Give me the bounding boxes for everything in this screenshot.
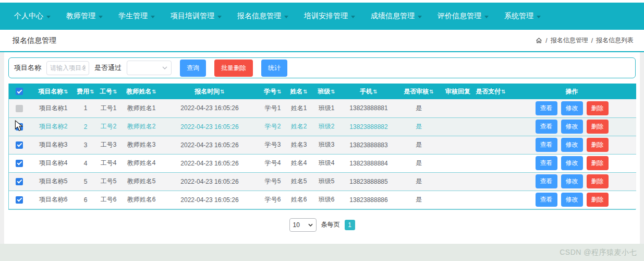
cell-teacher: 教师姓名6: [123, 191, 160, 209]
header-name[interactable]: 姓名⇅: [286, 84, 311, 99]
cell-paid: [474, 136, 507, 154]
header-student-no[interactable]: 学号⇅: [259, 84, 286, 99]
view-button[interactable]: 查看: [536, 174, 557, 188]
view-button[interactable]: 查看: [536, 138, 557, 152]
header-job-no[interactable]: 工号⇅: [94, 84, 123, 99]
sort-icon[interactable]: ⇅: [220, 89, 224, 94]
nav-item-system-mgmt[interactable]: 系统管理: [496, 3, 549, 30]
edit-button[interactable]: 修改: [561, 138, 583, 152]
query-button[interactable]: 查询: [180, 60, 206, 77]
cell-teacher: 教师姓名4: [123, 154, 160, 172]
cell-job-no: 工号6: [94, 191, 123, 209]
stats-button[interactable]: 统计: [261, 60, 287, 77]
delete-button[interactable]: 删除: [587, 174, 609, 188]
cell-project: 项目名称6: [30, 191, 77, 209]
edit-button[interactable]: 修改: [561, 193, 583, 207]
header-time[interactable]: 报名时间⇅: [160, 84, 259, 99]
project-name-label: 项目名称: [14, 63, 41, 73]
select-all-checkbox[interactable]: [16, 88, 23, 95]
cell-time: 2022-04-23 16:05:26: [160, 99, 259, 117]
current-page-badge[interactable]: 1: [345, 220, 355, 230]
header-label: 审核回复: [445, 88, 470, 95]
cell-job-no: 工号2: [94, 117, 123, 136]
nav-item-personal-center[interactable]: 个人中心: [6, 3, 58, 30]
sort-icon[interactable]: ⇅: [331, 89, 335, 94]
nav-item-student-mgmt[interactable]: 学生管理: [111, 3, 163, 30]
nav-item-teacher-mgmt[interactable]: 教师管理: [58, 3, 111, 30]
edit-button[interactable]: 修改: [561, 101, 583, 115]
nav-item-score-info-mgmt[interactable]: 成绩信息管理: [363, 3, 430, 30]
delete-button[interactable]: 删除: [587, 156, 609, 170]
view-button[interactable]: 查看: [536, 156, 557, 170]
sort-icon[interactable]: ⇅: [90, 89, 94, 94]
cell-phone: 13823888882: [342, 117, 396, 136]
nav-item-training-schedule-mgmt[interactable]: 培训安排管理: [296, 3, 363, 30]
view-button[interactable]: 查看: [536, 120, 557, 134]
sort-icon[interactable]: ⇅: [501, 89, 505, 94]
cell-reply: [442, 172, 474, 191]
cell-phone: 13823888883: [342, 136, 396, 154]
cell-name: 姓名5: [286, 172, 311, 191]
nav-item-label: 评价信息管理: [438, 11, 481, 21]
row-checkbox[interactable]: [16, 105, 23, 112]
view-button[interactable]: 查看: [536, 101, 557, 115]
cell-student-no: 学号2: [259, 117, 286, 136]
batch-delete-button[interactable]: 批量删除: [214, 60, 253, 77]
cell-fee: 5: [77, 172, 94, 191]
cell-checkbox: [9, 99, 30, 117]
header-teacher[interactable]: 教师姓名⇅: [123, 84, 160, 99]
cell-paid: [474, 117, 507, 136]
breadcrumb: / 报名信息管理 / 报名信息列表: [536, 36, 634, 45]
nav-item-project-training-mgmt[interactable]: 项目培训管理: [163, 3, 229, 30]
header-label: 项目名称: [38, 88, 63, 95]
sort-icon[interactable]: ⇅: [64, 89, 68, 94]
cell-actions: 查看 修改 删除: [507, 172, 636, 191]
cell-class: 班级3: [311, 136, 342, 154]
sort-icon[interactable]: ⇅: [303, 89, 307, 94]
header-label: 班级: [318, 88, 330, 95]
header-fee[interactable]: 费用⇅: [77, 84, 94, 99]
header-audited[interactable]: 是否审核⇅: [396, 84, 442, 99]
main-nav: 个人中心 教师管理 学生管理 项目培训管理 报名信息管理 培训安排管理 成绩信息…: [0, 3, 644, 30]
header-class[interactable]: 班级⇅: [311, 84, 342, 99]
footer: CSDN @程序猿麦小七: [0, 244, 644, 261]
row-checkbox[interactable]: [16, 123, 23, 130]
cell-time: 2022-04-23 16:05:26: [160, 117, 259, 136]
project-name-input[interactable]: [46, 61, 89, 75]
delete-button[interactable]: 删除: [587, 120, 609, 134]
nav-item-registration-info-mgmt[interactable]: 报名信息管理: [229, 3, 296, 30]
pass-filter-select[interactable]: [127, 61, 172, 75]
breadcrumb-item[interactable]: 报名信息管理: [551, 36, 588, 45]
home-icon[interactable]: [536, 37, 542, 44]
sort-icon[interactable]: ⇅: [373, 89, 377, 94]
edit-button[interactable]: 修改: [561, 120, 583, 134]
table-row: 项目名称2 2 工号2 教师姓名2 2022-04-23 16:05:26 学号…: [9, 117, 636, 136]
cell-teacher: 教师姓名2: [123, 117, 160, 136]
nav-item-label: 培训安排管理: [304, 11, 348, 21]
cell-teacher: 教师姓名1: [123, 99, 160, 117]
header-phone[interactable]: 手机⇅: [342, 84, 396, 99]
page-size-select[interactable]: 10: [289, 218, 317, 232]
sort-icon[interactable]: ⇅: [152, 89, 156, 94]
sort-icon[interactable]: ⇅: [429, 89, 433, 94]
row-checkbox[interactable]: [16, 160, 23, 167]
row-checkbox[interactable]: [16, 196, 23, 204]
delete-button[interactable]: 删除: [587, 101, 609, 115]
header-project[interactable]: 项目名称⇅: [30, 84, 77, 99]
edit-button[interactable]: 修改: [561, 174, 583, 188]
view-button[interactable]: 查看: [536, 193, 557, 207]
sort-icon[interactable]: ⇅: [277, 89, 281, 94]
delete-button[interactable]: 删除: [587, 193, 609, 207]
nav-item-label: 个人中心: [14, 11, 43, 21]
table-row: 项目名称3 3 工号3 教师姓名3 2022-04-23 16:05:26 学号…: [9, 136, 636, 154]
sort-icon[interactable]: ⇅: [113, 89, 117, 94]
row-checkbox[interactable]: [16, 178, 23, 185]
header-paid[interactable]: 是否支付⇅: [474, 84, 507, 99]
nav-item-evaluation-info-mgmt[interactable]: 评价信息管理: [430, 3, 496, 30]
table-row: 项目名称4 4 工号4 教师姓名4 2022-04-23 16:05:26 学号…: [9, 154, 636, 172]
delete-button[interactable]: 删除: [587, 138, 609, 152]
cell-audited: 是: [396, 172, 442, 191]
edit-button[interactable]: 修改: [561, 156, 583, 170]
row-checkbox[interactable]: [16, 141, 23, 149]
cell-job-no: 工号1: [94, 99, 123, 117]
